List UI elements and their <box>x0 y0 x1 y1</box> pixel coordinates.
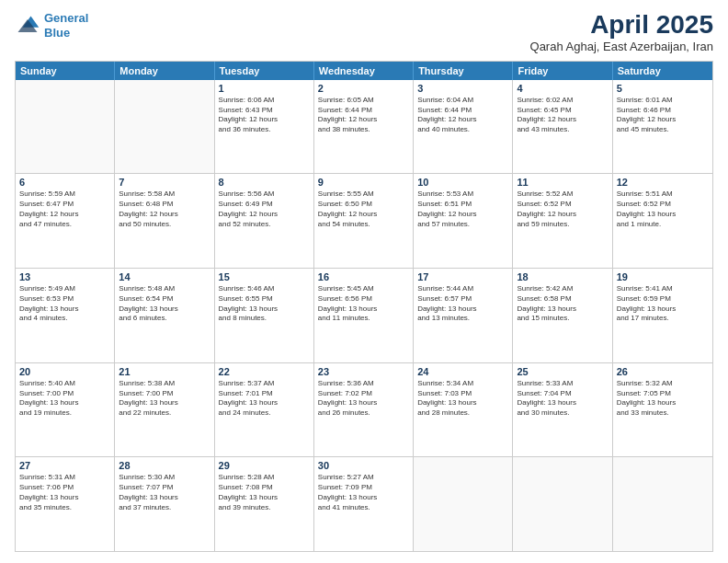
cell-info-line: Sunrise: 6:04 AM <box>417 96 508 106</box>
day-cell-19: 19Sunrise: 5:41 AMSunset: 6:59 PMDayligh… <box>613 269 712 362</box>
cell-info-line: Daylight: 13 hours <box>617 304 709 315</box>
day-cell-1: 1Sunrise: 6:06 AMSunset: 6:43 PMDaylight… <box>215 80 314 174</box>
day-number: 24 <box>417 366 508 377</box>
cell-info-line: Sunset: 6:45 PM <box>517 106 608 116</box>
day-cell-8: 8Sunrise: 5:56 AMSunset: 6:49 PMDaylight… <box>215 174 314 268</box>
weekday-header-saturday: Saturday <box>613 62 712 80</box>
cell-info-line: Daylight: 13 hours <box>617 398 709 408</box>
cell-info-line: Sunrise: 5:45 AM <box>318 284 409 294</box>
cell-info-line: Sunset: 6:46 PM <box>617 106 709 116</box>
day-number: 9 <box>318 177 409 188</box>
day-cell-6: 6Sunrise: 5:59 AMSunset: 6:47 PMDaylight… <box>16 174 115 268</box>
cell-info-line: Sunrise: 6:06 AM <box>219 96 310 106</box>
day-cell-15: 15Sunrise: 5:46 AMSunset: 6:55 PMDayligh… <box>215 269 314 362</box>
cell-info-line: Sunrise: 6:05 AM <box>318 96 409 106</box>
cell-info-line: Sunset: 6:57 PM <box>417 294 508 304</box>
cell-info-line: Daylight: 12 hours <box>517 115 608 125</box>
cell-info-line: and 37 minutes. <box>119 503 210 513</box>
day-number: 15 <box>219 271 310 282</box>
day-number: 26 <box>617 366 709 377</box>
day-cell-16: 16Sunrise: 5:45 AMSunset: 6:56 PMDayligh… <box>314 269 414 362</box>
cell-info-line: and 15 minutes. <box>517 314 608 324</box>
cell-info-line: Sunset: 6:54 PM <box>119 294 210 304</box>
cell-info-line: Daylight: 13 hours <box>417 398 508 408</box>
cell-info-line: Daylight: 13 hours <box>417 304 508 315</box>
day-number: 19 <box>617 271 709 282</box>
logo-line1: General <box>44 11 88 25</box>
cell-info-line: Sunset: 6:59 PM <box>617 294 709 304</box>
empty-cell-r0c1 <box>115 80 214 174</box>
cell-info-line: Sunset: 7:04 PM <box>517 389 608 399</box>
cell-info-line: and 11 minutes. <box>318 314 409 324</box>
weekday-header-thursday: Thursday <box>414 62 513 80</box>
cell-info-line: Sunset: 6:55 PM <box>219 294 310 304</box>
cell-info-line: and 39 minutes. <box>219 503 310 513</box>
day-number: 27 <box>19 460 110 471</box>
cell-info-line: and 19 minutes. <box>19 408 110 419</box>
cell-info-line: Daylight: 12 hours <box>517 210 608 220</box>
cell-info-line: and 24 minutes. <box>219 408 310 419</box>
cell-info-line: Daylight: 12 hours <box>417 210 508 220</box>
weekday-header-friday: Friday <box>513 62 612 80</box>
day-cell-27: 27Sunrise: 5:31 AMSunset: 7:06 PMDayligh… <box>16 457 115 551</box>
day-cell-11: 11Sunrise: 5:52 AMSunset: 6:52 PMDayligh… <box>513 174 612 268</box>
month-title: April 2025 <box>530 11 713 40</box>
cell-info-line: Daylight: 13 hours <box>219 493 310 503</box>
cell-info-line: Daylight: 13 hours <box>219 304 310 315</box>
day-number: 22 <box>219 366 310 377</box>
cell-info-line: Daylight: 12 hours <box>19 210 110 220</box>
day-number: 29 <box>219 460 310 471</box>
day-cell-7: 7Sunrise: 5:58 AMSunset: 6:48 PMDaylight… <box>115 174 214 268</box>
cell-info-line: and 54 minutes. <box>318 220 409 230</box>
cell-info-line: Sunrise: 5:42 AM <box>517 284 608 294</box>
cell-info-line: Sunset: 6:53 PM <box>19 294 110 304</box>
cell-info-line: Daylight: 13 hours <box>119 304 210 315</box>
cell-info-line: Daylight: 13 hours <box>19 398 110 408</box>
day-number: 16 <box>318 271 409 282</box>
cell-info-line: Sunrise: 5:44 AM <box>417 284 508 294</box>
cell-info-line: Sunset: 7:00 PM <box>19 389 110 399</box>
cell-info-line: Sunset: 7:02 PM <box>318 389 409 399</box>
cell-info-line: Sunset: 7:06 PM <box>19 483 110 493</box>
calendar-row-3: 13Sunrise: 5:49 AMSunset: 6:53 PMDayligh… <box>16 268 712 362</box>
day-number: 14 <box>119 271 210 282</box>
title-block: April 2025 Qarah Aghaj, East Azerbaijan,… <box>530 11 713 53</box>
cell-info-line: Sunrise: 5:28 AM <box>219 473 310 483</box>
cell-info-line: Sunrise: 5:37 AM <box>219 379 310 389</box>
cell-info-line: Daylight: 12 hours <box>417 115 508 125</box>
cell-info-line: Sunset: 6:49 PM <box>219 200 310 210</box>
location: Qarah Aghaj, East Azerbaijan, Iran <box>530 40 713 53</box>
day-number: 1 <box>219 83 310 94</box>
weekday-header-tuesday: Tuesday <box>215 62 314 80</box>
cell-info-line: and 43 minutes. <box>517 125 608 135</box>
day-number: 2 <box>318 83 409 94</box>
cell-info-line: Daylight: 13 hours <box>318 493 409 503</box>
day-cell-4: 4Sunrise: 6:02 AMSunset: 6:45 PMDaylight… <box>513 80 612 174</box>
day-cell-3: 3Sunrise: 6:04 AMSunset: 6:44 PMDaylight… <box>414 80 513 174</box>
cell-info-line: Sunrise: 5:36 AM <box>318 379 409 389</box>
day-number: 13 <box>19 271 110 282</box>
calendar-row-5: 27Sunrise: 5:31 AMSunset: 7:06 PMDayligh… <box>16 456 712 551</box>
cell-info-line: Sunrise: 5:48 AM <box>119 284 210 294</box>
cell-info-line: Daylight: 12 hours <box>219 115 310 125</box>
day-number: 4 <box>517 83 608 94</box>
cell-info-line: and 45 minutes. <box>617 125 709 135</box>
day-number: 10 <box>417 177 508 188</box>
day-number: 28 <box>119 460 210 471</box>
day-cell-22: 22Sunrise: 5:37 AMSunset: 7:01 PMDayligh… <box>215 363 314 457</box>
day-cell-18: 18Sunrise: 5:42 AMSunset: 6:58 PMDayligh… <box>513 269 612 362</box>
day-cell-21: 21Sunrise: 5:38 AMSunset: 7:00 PMDayligh… <box>115 363 214 457</box>
cell-info-line: Sunrise: 5:53 AM <box>417 190 508 200</box>
cell-info-line: Daylight: 12 hours <box>318 115 409 125</box>
weekday-header-sunday: Sunday <box>16 62 115 80</box>
cell-info-line: Daylight: 13 hours <box>19 304 110 315</box>
cell-info-line: and 57 minutes. <box>417 220 508 230</box>
cell-info-line: Sunrise: 5:55 AM <box>318 190 409 200</box>
cell-info-line: Sunset: 6:44 PM <box>417 106 508 116</box>
day-cell-29: 29Sunrise: 5:28 AMSunset: 7:08 PMDayligh… <box>215 457 314 551</box>
calendar-row-2: 6Sunrise: 5:59 AMSunset: 6:47 PMDaylight… <box>16 173 712 268</box>
cell-info-line: and 38 minutes. <box>318 125 409 135</box>
header: General Blue April 2025 Qarah Aghaj, Eas… <box>15 11 713 53</box>
logo: General Blue <box>15 11 88 40</box>
cell-info-line: and 4 minutes. <box>19 314 110 324</box>
